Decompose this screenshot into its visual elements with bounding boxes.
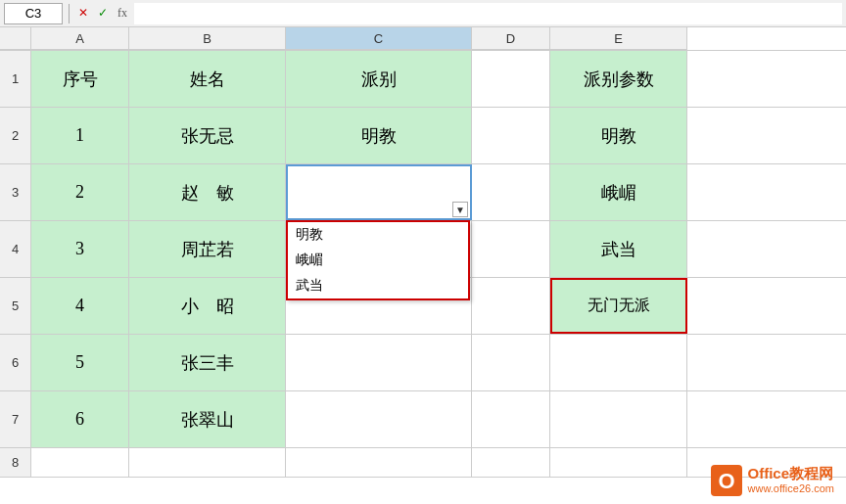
cell-e8[interactable] <box>550 448 687 477</box>
dropdown-item-wudang[interactable]: 武当 <box>288 273 468 298</box>
cell-e6[interactable] <box>550 335 687 390</box>
spreadsheet: A B C D E 1 序号 姓名 派别 派别参数 2 <box>0 27 846 478</box>
cell-e3[interactable]: 峨嵋 <box>550 164 687 220</box>
svg-text:O: O <box>718 469 734 493</box>
row-number: 2 <box>0 108 31 163</box>
row-number: 5 <box>0 278 31 334</box>
cell-e5[interactable]: 无门无派 <box>550 278 687 334</box>
cell-d7[interactable] <box>472 391 550 447</box>
col-header-a[interactable]: A <box>31 27 129 50</box>
cell-b2[interactable]: 张无忌 <box>129 108 286 163</box>
row-number: 6 <box>0 335 31 390</box>
col-header-d[interactable]: D <box>472 27 550 50</box>
cell-a2[interactable]: 1 <box>31 108 129 163</box>
cell-c7[interactable] <box>286 391 472 447</box>
confirm-edit-icon[interactable]: ✓ <box>95 6 111 21</box>
cell-e4[interactable]: 武当 <box>550 221 687 277</box>
cell-d1[interactable] <box>472 51 550 107</box>
function-icon[interactable]: fx <box>115 6 130 21</box>
cell-d2[interactable] <box>472 108 550 163</box>
col-header-e[interactable]: E <box>550 27 687 50</box>
cell-b7[interactable]: 张翠山 <box>129 391 286 447</box>
dropdown-item-emei[interactable]: 峨嵋 <box>288 248 468 273</box>
cell-a3[interactable]: 2 <box>31 164 129 220</box>
dropdown-item-mingjiao[interactable]: 明教 <box>288 222 468 248</box>
brand-name: Office教程网 <box>748 465 834 482</box>
cell-b1[interactable]: 姓名 <box>129 51 286 107</box>
column-headers: A B C D E <box>0 27 846 51</box>
table-row: 7 6 张翠山 <box>0 391 846 448</box>
cell-a1[interactable]: 序号 <box>31 51 129 107</box>
cell-a6[interactable]: 5 <box>31 335 129 390</box>
cell-reference-value: C3 <box>25 6 42 21</box>
branding-watermark: O Office教程网 www.office26.com <box>711 465 834 496</box>
formula-bar: C3 ✕ ✓ fx <box>0 0 846 27</box>
data-rows: 1 序号 姓名 派别 派别参数 2 1 张无忌 <box>0 51 846 478</box>
cell-a8[interactable] <box>31 448 129 477</box>
row-number: 7 <box>0 391 31 447</box>
cell-a4[interactable]: 3 <box>31 221 129 277</box>
table-row: 2 1 张无忌 明教 明教 <box>0 108 846 164</box>
cell-reference-box[interactable]: C3 <box>4 3 63 24</box>
cell-d5[interactable] <box>472 278 550 334</box>
cell-b3[interactable]: 赵 敏 <box>129 164 286 220</box>
cell-c2[interactable]: 明教 <box>286 108 472 163</box>
cell-d3[interactable] <box>472 164 550 220</box>
dropdown-popup: 明教 峨嵋 武当 <box>286 220 470 300</box>
col-header-b[interactable]: B <box>129 27 286 50</box>
cell-e7[interactable] <box>550 391 687 447</box>
row-number: 3 <box>0 164 31 220</box>
cell-c1[interactable]: 派别 <box>286 51 472 107</box>
cell-d8[interactable] <box>472 448 550 477</box>
cell-c8[interactable] <box>286 448 472 477</box>
col-header-c[interactable]: C <box>286 27 472 50</box>
cell-e2[interactable]: 明教 <box>550 108 687 163</box>
dropdown-arrow-icon[interactable]: ▼ <box>452 202 468 217</box>
cell-a5[interactable]: 4 <box>31 278 129 334</box>
cell-c6[interactable] <box>286 335 472 390</box>
formula-bar-divider <box>69 4 70 23</box>
cell-b8[interactable] <box>129 448 286 477</box>
cell-b4[interactable]: 周芷若 <box>129 221 286 277</box>
cell-b6[interactable]: 张三丰 <box>129 335 286 390</box>
cell-b5[interactable]: 小 昭 <box>129 278 286 334</box>
formula-input[interactable] <box>134 3 842 24</box>
cell-a7[interactable]: 6 <box>31 391 129 447</box>
cell-d6[interactable] <box>472 335 550 390</box>
row-number: 1 <box>0 51 31 107</box>
row-number: 4 <box>0 221 31 277</box>
table-row: 3 2 赵 敏 ▼ 明教 峨嵋 武当 峨嵋 <box>0 164 846 221</box>
row-number: 8 <box>0 448 31 477</box>
row-header-corner <box>0 27 31 50</box>
brand-url: www.office26.com <box>748 482 834 495</box>
cell-e1[interactable]: 派别参数 <box>550 51 687 107</box>
table-row: 6 5 张三丰 <box>0 335 846 391</box>
brand-text: Office教程网 www.office26.com <box>748 465 834 495</box>
table-row: 1 序号 姓名 派别 派别参数 <box>0 51 846 108</box>
cancel-edit-icon[interactable]: ✕ <box>75 6 91 21</box>
cell-d4[interactable] <box>472 221 550 277</box>
office-logo-icon: O <box>711 465 742 496</box>
cell-c3[interactable]: ▼ 明教 峨嵋 武当 <box>286 164 472 220</box>
